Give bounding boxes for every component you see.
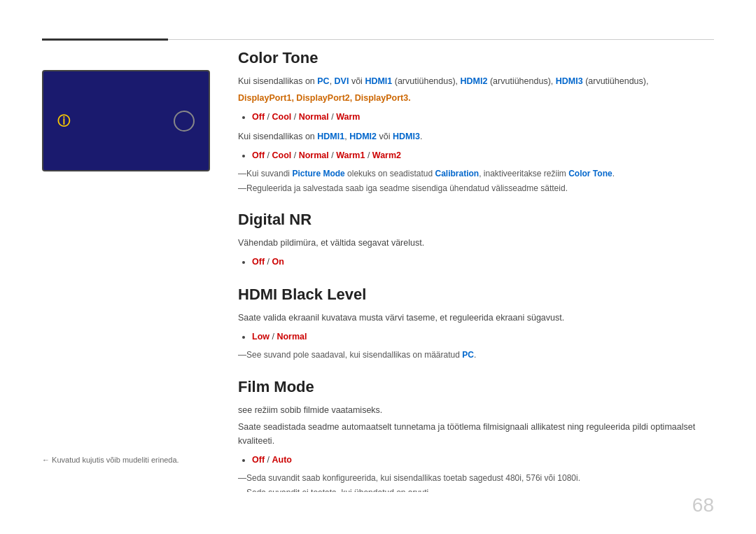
- section-film-mode: Film Mode see režiim sobib filmide vaata…: [238, 378, 714, 492]
- sidebar: ⓘ Kuvatud kujutis võib mudeliti erineda.: [42, 56, 224, 478]
- main-content: Color Tone Kui sisendallikas on PC, DVI …: [238, 49, 714, 492]
- monitor-icon-left: ⓘ: [57, 113, 70, 129]
- color-tone-bullet2: Off / Cool / Normal / Warm1 / Warm2: [252, 148, 714, 164]
- displayport-labels: DisplayPort1, DisplayPort2, DisplayPort3…: [238, 93, 411, 103]
- section-color-tone: Color Tone Kui sisendallikas on PC, DVI …: [238, 49, 714, 195]
- sidebar-note: Kuvatud kujutis võib mudeliti erineda.: [42, 456, 179, 464]
- top-bar: [42, 38, 714, 40]
- digital-nr-title: Digital NR: [238, 211, 714, 229]
- digital-nr-desc: Vähendab pildimüra, et vältida segavat v…: [238, 236, 714, 250]
- digital-nr-bullets: Off / On: [252, 254, 714, 270]
- color-tone-title: Color Tone: [238, 49, 714, 67]
- color-tone-desc1-highlight: DisplayPort1, DisplayPort2, DisplayPort3…: [238, 91, 714, 105]
- monitor-icon-right: [174, 111, 195, 132]
- hdmi-black-level-note: See suvand pole saadaval, kui sisendalli…: [238, 349, 714, 362]
- hdmi2-label: HDMI2: [461, 76, 488, 86]
- monitor-preview: ⓘ: [42, 70, 210, 171]
- dvi-label: DVI: [335, 76, 349, 86]
- color-tone-desc1: Kui sisendallikas on PC, DVI või HDMI1 (…: [238, 74, 714, 88]
- color-tone-bullets-1: Off / Cool / Normal / Warm: [252, 109, 714, 125]
- color-tone-bullet1: Off / Cool / Normal / Warm: [252, 109, 714, 125]
- color-tone-bullets-2: Off / Cool / Normal / Warm1 / Warm2: [252, 148, 714, 164]
- film-mode-bullets: Off / Auto: [252, 452, 714, 468]
- hdmi-black-level-desc: Saate valida ekraanil kuvatava musta vär…: [238, 311, 714, 325]
- film-mode-note2: Seda suvandit ei toetata, kui ühendatud …: [238, 486, 714, 492]
- color-tone-desc2: Kui sisendallikas on HDMI1, HDMI2 või HD…: [238, 129, 714, 143]
- section-digital-nr: Digital NR Vähendab pildimüra, et vältid…: [238, 211, 714, 270]
- hdmi-black-level-bullet: Low / Normal: [252, 329, 714, 345]
- pc-label: PC: [317, 76, 329, 86]
- digital-nr-bullet: Off / On: [252, 254, 714, 270]
- top-bar-line: [168, 39, 714, 40]
- top-bar-accent: [42, 38, 168, 41]
- film-mode-desc2: Saate seadistada seadme automaatselt tun…: [238, 420, 714, 448]
- color-tone-note1: Kui suvandi Picture Mode olekuks on sead…: [238, 167, 714, 181]
- section-hdmi-black-level: HDMI Black Level Saate valida ekraanil k…: [238, 286, 714, 363]
- film-mode-bullet: Off / Auto: [252, 452, 714, 468]
- color-tone-note2: Reguleerida ja salvestada saab iga seadm…: [238, 182, 714, 195]
- hdmi-black-level-bullets: Low / Normal: [252, 329, 714, 345]
- film-mode-title: Film Mode: [238, 378, 714, 396]
- hdmi3-label: HDMI3: [556, 76, 583, 86]
- film-mode-note1: Seda suvandit saab konfigureerida, kui s…: [238, 472, 714, 485]
- page-number: 68: [692, 494, 714, 517]
- hdmi1-label: HDMI1: [365, 76, 392, 86]
- hdmi-black-level-title: HDMI Black Level: [238, 286, 714, 304]
- film-mode-desc1: see režiim sobib filmide vaatamiseks.: [238, 403, 714, 417]
